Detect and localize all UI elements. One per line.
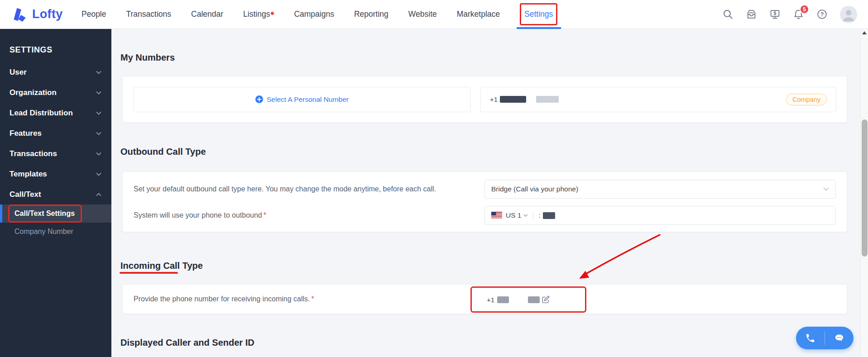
chevron-down-icon: [823, 187, 829, 191]
phone-call-icon: [805, 333, 815, 343]
chevron-up-icon: [96, 193, 101, 196]
sidebar-item-templates[interactable]: Templates: [0, 164, 111, 184]
nav-item-website[interactable]: Website: [408, 0, 437, 29]
lofty-logo[interactable]: Lofty: [13, 7, 75, 22]
sidebar-item-label: Organization: [10, 88, 57, 97]
sidebar-item-call-text-settings[interactable]: Call/Text Settings: [0, 205, 111, 223]
sidebar-item-organization[interactable]: Organization: [0, 82, 111, 103]
my-numbers-title: My Numbers: [120, 52, 175, 63]
sidebar-item-transactions[interactable]: Transactions: [0, 143, 111, 164]
sidebar-item-label: Features: [10, 129, 42, 138]
company-badge: Company: [786, 94, 827, 105]
scrollbar-thumb[interactable]: [862, 119, 868, 257]
redacted-number-part: [500, 96, 526, 103]
annotation-box-settings: Settings: [520, 3, 557, 25]
call-fab-button[interactable]: [796, 327, 825, 349]
settings-content: My Numbers Select A Personal Number +1 C…: [111, 29, 868, 357]
nav-item-label: Settings: [524, 10, 553, 19]
notification-bell-icon[interactable]: 5: [793, 9, 804, 20]
nav-item-transactions[interactable]: Transactions: [126, 0, 172, 29]
user-avatar[interactable]: [840, 6, 857, 23]
svg-text:$: $: [774, 11, 777, 16]
top-nav: Lofty People Transactions Calendar Listi…: [0, 0, 868, 29]
sidebar-item-label: User: [10, 68, 27, 77]
divider: [533, 211, 533, 220]
nav-item-settings[interactable]: Settings: [520, 0, 557, 29]
nav-item-label: Website: [408, 10, 437, 19]
scrollbar-up-arrow[interactable]: [861, 29, 868, 36]
chat-fab-button[interactable]: [825, 327, 854, 349]
incoming-number-prefix: +1: [487, 296, 494, 304]
nav-item-listings[interactable]: Listings: [243, 0, 274, 29]
chevron-down-icon: [96, 71, 101, 74]
sidebar-item-company-number[interactable]: Company Number: [0, 223, 111, 241]
nav-item-marketplace[interactable]: Marketplace: [457, 0, 500, 29]
country-code-value: US 1: [506, 211, 521, 219]
chevron-down-icon: [96, 91, 101, 95]
sidebar-item-label: Call/Text: [10, 190, 41, 199]
nav-item-people[interactable]: People: [82, 0, 106, 29]
us-flag-icon: [491, 212, 502, 219]
outbound-call-type-title: Outbound Call Type: [120, 147, 206, 157]
edit-pencil-icon[interactable]: [541, 295, 550, 304]
outbound-call-type-select[interactable]: Bridge (Call via your phone): [484, 180, 836, 199]
nav-item-label: Marketplace: [457, 10, 500, 19]
sidebar-subitem-label: Call/Text Settings: [14, 209, 75, 218]
outbound-phone-row: System will use your phone to outbound* …: [134, 206, 836, 225]
redacted-number-part: [497, 296, 509, 303]
settings-sidebar: SETTINGS User Organization Lead Distribu…: [0, 29, 111, 357]
plus-circle-icon: [255, 95, 263, 103]
outbound-default-type-row: Set your default outbound call type here…: [134, 180, 836, 199]
inbox-icon[interactable]: [746, 9, 757, 20]
company-number-prefix: +1: [490, 95, 498, 103]
nav-item-label: Campaigns: [294, 10, 334, 19]
incoming-phone-label: Provide the phone number for receiving i…: [134, 295, 314, 303]
select-personal-number-label: Select A Personal Number: [267, 95, 349, 104]
chevron-down-icon: [96, 172, 101, 176]
incoming-call-type-title: Incoming Call Type: [120, 261, 203, 271]
chat-bubble-icon: [834, 333, 844, 343]
top-nav-actions: $ 5 ?: [722, 6, 857, 23]
nav-item-label: Reporting: [354, 10, 388, 19]
annotation-underline-incoming: [120, 272, 178, 274]
vertical-scrollbar[interactable]: [860, 29, 868, 357]
chevron-down-icon: [96, 111, 101, 115]
outbound-default-type-label: Set your default outbound call type here…: [134, 185, 436, 193]
nav-item-label: Calendar: [191, 10, 223, 19]
nav-item-calendar[interactable]: Calendar: [191, 0, 223, 29]
outbound-phone-input[interactable]: US 1 :: [484, 206, 836, 225]
sidebar-subitem-label: Company Number: [14, 228, 73, 236]
nav-item-label: People: [82, 10, 106, 19]
sidebar-item-user[interactable]: User: [0, 62, 111, 82]
help-icon[interactable]: ?: [816, 9, 828, 20]
incoming-call-type-card: Provide the phone number for receiving i…: [122, 284, 847, 314]
nav-item-campaigns[interactable]: Campaigns: [294, 0, 334, 29]
redacted-number-part: [528, 296, 540, 303]
select-personal-number-button[interactable]: Select A Personal Number: [133, 87, 471, 112]
sidebar-item-label: Transactions: [10, 149, 57, 158]
my-numbers-card: Select A Personal Number +1 Company: [122, 76, 847, 123]
nav-item-reporting[interactable]: Reporting: [354, 0, 388, 29]
lofty-logo-text: Lofty: [32, 7, 62, 21]
sidebar-item-features[interactable]: Features: [0, 123, 111, 143]
svg-text:?: ?: [820, 11, 824, 18]
floating-action-pill: [796, 327, 854, 349]
chevron-down-icon: [96, 132, 101, 135]
required-asterisk: *: [312, 295, 314, 303]
sidebar-title: SETTINGS: [0, 29, 111, 62]
chevron-down-icon: [523, 214, 528, 217]
displayed-caller-title: Displayed Caller and Sender ID: [120, 338, 254, 348]
company-number-row: +1 Company: [480, 87, 836, 112]
search-icon[interactable]: [722, 9, 734, 20]
outbound-phone-label: System will use your phone to outbound*: [134, 211, 266, 219]
sidebar-item-label: Lead Distribution: [10, 109, 73, 118]
nav-item-label: Transactions: [126, 10, 172, 19]
sidebar-item-call-text[interactable]: Call/Text: [0, 184, 111, 205]
required-asterisk: *: [264, 211, 266, 219]
outbound-call-type-card: Set your default outbound call type here…: [122, 171, 847, 232]
chevron-down-icon: [96, 152, 101, 156]
lofty-logo-icon: [13, 7, 28, 22]
billing-monitor-icon[interactable]: $: [769, 9, 781, 20]
sidebar-item-lead-distribution[interactable]: Lead Distribution: [0, 103, 111, 123]
redacted-number-part: [536, 96, 559, 103]
